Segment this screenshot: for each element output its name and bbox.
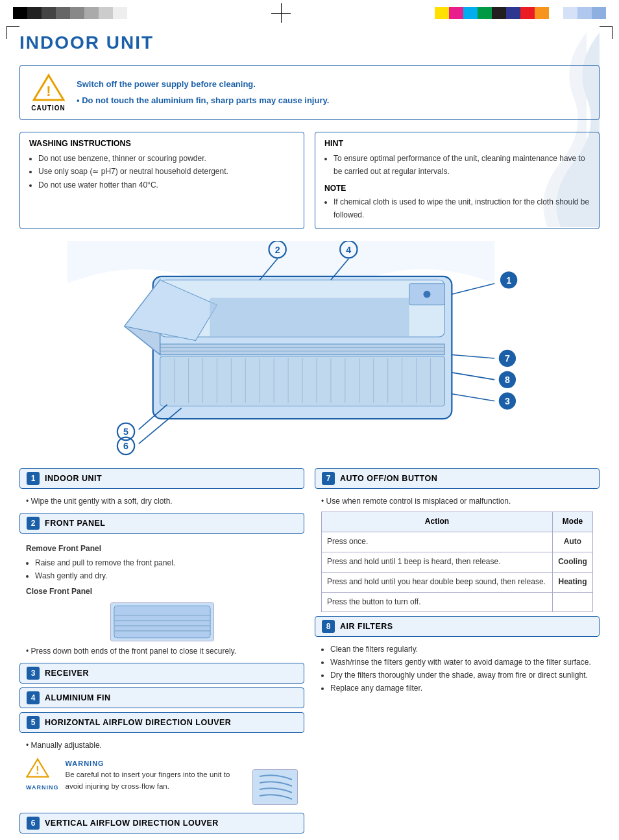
section-1-body: • Wipe the unit gently with a soft, dry … [19,493,304,513]
filter-item-1: Clean the filters regularly. [330,643,593,656]
washing-instructions-list: Do not use benzene, thinner or scouring … [29,152,295,191]
left-column: 1 INDOOR UNIT • Wipe the unit gently wit… [19,468,304,840]
svg-text:7: 7 [505,353,510,364]
action-mode-table: Action Mode Press once. Auto Press and h… [321,512,593,612]
color-bar-red [520,7,535,19]
color-bar-navy [506,7,520,19]
section-6-num: 6 [27,817,40,830]
color-bar-blue1 [563,7,577,19]
section-1-num: 1 [27,472,40,485]
color-bar-orange [535,7,549,19]
washing-item-2: Use only soap (≃ pH7) or neutral househo… [38,165,295,178]
section-2-body: Remove Front Panel Raise and pull to rem… [19,537,304,663]
color-bars-right [435,7,606,19]
table-row-2-action: Press and hold until 1 beep is heard, th… [322,552,553,572]
section-3-header: 3 RECEIVER [19,663,304,684]
color-bars-left [13,7,127,19]
section-8-header: 8 AIR FILTERS [315,616,600,637]
color-bar-green [478,7,492,19]
louver-image [252,769,298,805]
color-bar-magenta [449,7,463,19]
table-header-mode: Mode [552,512,592,532]
section-8-num: 8 [322,620,335,633]
print-marks [0,0,619,26]
color-bar-yellow [435,7,449,19]
section-5-num: 5 [27,716,40,729]
note-title: NOTE [324,184,590,193]
svg-text:8: 8 [505,375,510,385]
crosshair-center [271,3,291,23]
washing-item-1: Do not use benzene, thinner or scouring … [38,152,295,165]
close-panel-title: Close Front Panel [26,586,298,599]
section-6-title: VERTICAL AIRFLOW DIRECTION LOUVER [45,819,219,828]
section-6-body: • Do not adjust by hand. [19,837,304,840]
svg-rect-55 [114,606,210,637]
filter-item-3: Dry the filters thoroughly under the sha… [330,669,593,682]
table-row-1: Press once. Auto [322,532,593,552]
color-bar-gray1 [42,7,56,19]
warning-label: WARNING [26,783,59,793]
page-content: INDOOR UNIT ! CAUTION Switch off the pow… [19,32,600,840]
note-list: If chemical cloth is used to wipe the un… [324,195,590,222]
washing-instructions-box: WASHING INSTRUCTIONS Do not use benzene,… [19,132,304,229]
table-row-3: Press and hold until you hear double bee… [322,572,593,592]
note-text: If chemical cloth is used to wipe the un… [334,195,590,222]
svg-text:!: ! [36,765,39,776]
caution-icon: ! CAUTION [30,73,66,112]
section-7-num: 7 [322,472,335,485]
remove-panel-list: Raise and pull to remove the front panel… [26,557,298,583]
section-1-title: INDOOR UNIT [45,474,102,483]
svg-point-5 [423,290,430,297]
color-bar-dark [27,7,42,19]
section-3-num: 3 [27,667,40,680]
section-6-header: 6 VERTICAL AIRFLOW DIRECTION LOUVER [19,813,304,834]
page-title: INDOOR UNIT [19,32,600,53]
section-8-title: AIR FILTERS [340,622,393,631]
svg-text:4: 4 [346,244,351,254]
table-row-2-mode: Cooling [552,552,592,572]
svg-text:5: 5 [123,426,128,437]
svg-rect-29 [210,297,409,336]
section-5-header: 5 HORIZONTAL AIRFLOW DIRECTION LOUVER [19,712,304,733]
table-header-action: Action [322,512,553,532]
color-bar-darkblue [492,7,506,19]
front-panel-image [110,602,214,641]
color-bar-light [113,7,127,19]
filter-item-4: Replace any damage filter. [330,682,593,695]
section-4-title: ALUMINIUM FIN [45,693,111,702]
ac-unit-diagram: 1 2 4 7 8 3 [19,241,600,462]
svg-text:6: 6 [123,441,128,451]
washing-item-3: Do not use water hotter than 40°C. [38,179,295,191]
color-bar-gray5 [99,7,113,19]
svg-line-45 [452,393,494,401]
caution-triangle-icon: ! [32,73,65,102]
section-4-header: 4 ALUMINIUM FIN [19,687,304,708]
section-1-header: 1 INDOOR UNIT [19,468,304,489]
table-row-4-mode [552,592,592,612]
caution-line-1: Switch off the power supply before clean… [77,78,329,92]
corner-tl [6,26,19,39]
air-filters-list: Clean the filters regularly. Wash/rinse … [321,643,593,695]
svg-text:!: ! [46,83,51,99]
section-5-title: HORIZONTAL AIRFLOW DIRECTION LOUVER [45,718,231,727]
caution-box: ! CAUTION Switch off the power supply be… [19,65,600,120]
section-2-header: 2 FRONT PANEL [19,513,304,534]
svg-rect-6 [160,344,445,354]
section-8-body: Clean the filters regularly. Wash/rinse … [315,641,600,698]
section-2-num: 2 [27,517,40,530]
corner-tr [600,26,613,39]
warning-triangle-icon: ! WARNING [26,758,59,793]
section-3-title: RECEIVER [45,669,89,678]
table-row-1-mode: Auto [552,532,592,552]
caution-text: Switch off the power supply before clean… [77,78,329,108]
color-bar-blue2 [577,7,592,19]
table-row-3-mode: Heating [552,572,592,592]
info-row: WASHING INSTRUCTIONS Do not use benzene,… [19,132,600,229]
sections-two-col: 1 INDOOR UNIT • Wipe the unit gently wit… [19,468,600,840]
svg-text:2: 2 [275,244,280,254]
remove-panel-title: Remove Front Panel [26,543,298,556]
svg-text:1: 1 [506,275,511,285]
section-5-body: • Manually adjustable. ! WARNING WARNING [19,737,304,813]
washing-instructions-title: WASHING INSTRUCTIONS [29,139,295,148]
warning-box: ! WARNING WARNING [26,754,298,809]
